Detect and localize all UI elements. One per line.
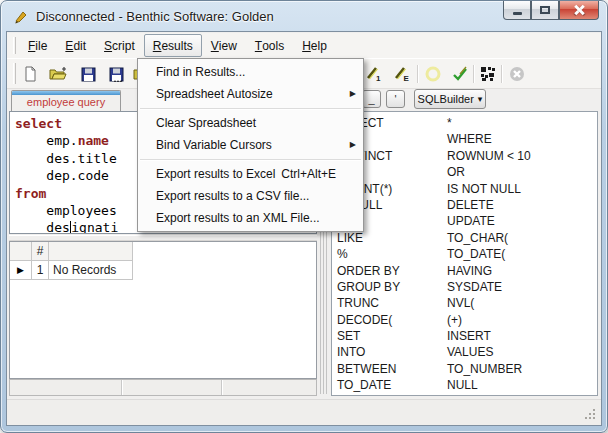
grid-status-cell bbox=[222, 380, 316, 395]
keyword-left[interactable]: SET bbox=[337, 329, 360, 343]
menu-separator bbox=[140, 159, 361, 160]
quote-button[interactable]: ' bbox=[386, 90, 405, 108]
menu-item-export-results-to-an-xml-file[interactable]: Export results to an XML File... bbox=[138, 207, 363, 229]
keyword-left[interactable]: DECODE( bbox=[337, 313, 392, 327]
keyword-left[interactable]: ORDER BY bbox=[337, 264, 400, 278]
resize-grip-icon[interactable] bbox=[584, 408, 596, 420]
sqlbuilder-label: SQLBuilder bbox=[418, 93, 474, 105]
grid-status-cell bbox=[122, 380, 222, 395]
menu-script[interactable]: Script bbox=[95, 34, 144, 57]
toolbar-grip[interactable] bbox=[13, 63, 16, 84]
grid-status-cell bbox=[10, 380, 122, 395]
cancel-icon[interactable] bbox=[506, 63, 528, 85]
keyword-row: WHERE bbox=[332, 131, 597, 147]
window-controls bbox=[503, 1, 599, 20]
menu-help[interactable]: Help bbox=[293, 34, 336, 57]
titlebar[interactable]: Disconnected - Benthic Software: Golden bbox=[1, 1, 607, 31]
menu-item-label: Clear Spreadsheet bbox=[156, 116, 256, 130]
menu-separator bbox=[140, 108, 361, 109]
menu-shortcut: Ctrl+Alt+E bbox=[281, 163, 336, 185]
menubar: FileEditScriptResultsViewToolsHelp bbox=[7, 33, 601, 58]
tab-employee-query[interactable]: employee query bbox=[11, 90, 121, 111]
grid-indicator-header bbox=[10, 242, 32, 261]
keyword-right[interactable]: WHERE bbox=[447, 131, 492, 147]
keyword-right[interactable]: * bbox=[447, 115, 452, 131]
keyword-row: GROUP BYSYSDATE bbox=[332, 279, 597, 295]
menu-item-label: Spreadsheet Autosize bbox=[156, 87, 273, 101]
keyword-left[interactable]: BETWEEN bbox=[337, 362, 396, 376]
keyword-left[interactable]: % bbox=[337, 247, 348, 261]
results-dropdown-menu: Find in Results...Spreadsheet Autosize▶C… bbox=[137, 58, 364, 232]
keyword-row: BETWEENTO_NUMBER bbox=[332, 361, 597, 377]
menu-edit[interactable]: Edit bbox=[56, 34, 95, 57]
sqlbuilder-dropdown-button[interactable]: SQLBuilder ▾ bbox=[414, 89, 486, 109]
keyword-row: TO_DATENULL bbox=[332, 377, 597, 393]
menu-item-clear-spreadsheet[interactable]: Clear Spreadsheet bbox=[138, 112, 363, 134]
app-icon[interactable] bbox=[13, 8, 29, 24]
menu-item-export-results-to-a-csv-file[interactable]: Export results to a CSV file... bbox=[138, 185, 363, 207]
menu-item-bind-variable-cursors[interactable]: Bind Variable Cursors▶ bbox=[138, 134, 363, 156]
save-as-icon[interactable] bbox=[105, 63, 127, 85]
keyword-right[interactable]: NULL bbox=[447, 377, 478, 393]
keyword-right[interactable]: TO_CHAR( bbox=[447, 230, 508, 246]
new-document-icon[interactable] bbox=[19, 63, 41, 85]
keyword-row: DECODE((+) bbox=[332, 312, 597, 328]
keyword-right[interactable]: ROWNUM < 10 bbox=[447, 148, 531, 164]
keyword-left[interactable]: TO_DATE bbox=[337, 378, 391, 392]
menubar-grip[interactable] bbox=[13, 37, 16, 54]
menu-view[interactable]: View bbox=[202, 34, 246, 57]
menu-item-label: Bind Variable Cursors bbox=[156, 138, 272, 152]
keyword-left[interactable]: LIKE bbox=[337, 231, 363, 245]
stop-icon[interactable] bbox=[422, 63, 444, 85]
keyword-row: IS NULLDELETE bbox=[332, 197, 597, 213]
underscore-button[interactable]: _ bbox=[362, 90, 381, 108]
results-grid[interactable]: # ▶ 1 No Records bbox=[9, 241, 317, 379]
svg-text:1: 1 bbox=[376, 74, 381, 83]
commit-icon[interactable] bbox=[449, 63, 471, 85]
keyword-right[interactable]: UPDATE bbox=[447, 213, 495, 229]
keyword-right[interactable]: TO_NUMBER bbox=[447, 361, 522, 377]
keyword-right[interactable]: IS NOT NULL bbox=[447, 181, 521, 197]
menu-item-export-results-to-excel[interactable]: Export results to ExcelCtrl+Alt+E bbox=[138, 163, 363, 185]
tab-label: employee query bbox=[12, 95, 120, 108]
row-text-cell: No Records bbox=[49, 261, 133, 280]
menu-file[interactable]: File bbox=[19, 34, 56, 57]
keyword-row: OR bbox=[332, 164, 597, 180]
keyword-left[interactable]: TRUNC bbox=[337, 296, 379, 310]
keyword-row: SETINSERT bbox=[332, 328, 597, 344]
grid-data-row[interactable]: ▶ 1 No Records bbox=[10, 261, 316, 280]
grid-status-strip bbox=[9, 379, 317, 396]
keyword-row: DISTINCTROWNUM < 10 bbox=[332, 148, 597, 164]
app-window: Disconnected - Benthic Software: Golden … bbox=[0, 0, 608, 433]
keyword-left[interactable]: INTO bbox=[337, 345, 365, 359]
keyword-right[interactable]: TO_DATE( bbox=[447, 246, 505, 262]
menu-item-find-in-results[interactable]: Find in Results... bbox=[138, 61, 363, 83]
minimize-button[interactable] bbox=[503, 1, 531, 20]
menu-item-spreadsheet-autosize[interactable]: Spreadsheet Autosize▶ bbox=[138, 83, 363, 105]
execute-statement-1-icon[interactable]: 1 bbox=[363, 63, 385, 85]
keyword-right[interactable]: NVL( bbox=[447, 295, 474, 311]
keyword-right[interactable]: OR bbox=[447, 164, 465, 180]
keyword-row: COUNT(*)IS NOT NULL bbox=[332, 181, 597, 197]
keyword-left[interactable]: GROUP BY bbox=[337, 280, 400, 294]
fetch-all-icon[interactable] bbox=[477, 63, 499, 85]
maximize-button[interactable] bbox=[531, 1, 559, 20]
keyword-right[interactable]: SYSDATE bbox=[447, 279, 502, 295]
menu-results[interactable]: Results bbox=[144, 34, 202, 57]
keyword-right[interactable]: HAVING bbox=[447, 263, 492, 279]
grid-value-header bbox=[49, 242, 133, 261]
keyword-right[interactable]: INSERT bbox=[447, 328, 491, 344]
minimize-icon bbox=[513, 12, 522, 15]
menu-tools[interactable]: Tools bbox=[246, 34, 293, 57]
execute-to-end-icon[interactable]: E bbox=[391, 63, 413, 85]
sqlbuilder-keyword-list: SELECT*WHEREDISTINCTROWNUM < 10ORCOUNT(*… bbox=[331, 111, 598, 396]
close-button[interactable] bbox=[559, 1, 599, 20]
close-icon bbox=[573, 5, 585, 15]
keyword-right[interactable]: DELETE bbox=[447, 197, 494, 213]
open-folder-icon[interactable] bbox=[47, 63, 69, 85]
keyword-right[interactable]: (+) bbox=[447, 312, 462, 328]
keyword-right[interactable]: VALUES bbox=[447, 344, 493, 360]
grid-header-row: # bbox=[10, 242, 316, 261]
save-icon[interactable] bbox=[77, 63, 99, 85]
maximize-icon bbox=[540, 6, 550, 14]
